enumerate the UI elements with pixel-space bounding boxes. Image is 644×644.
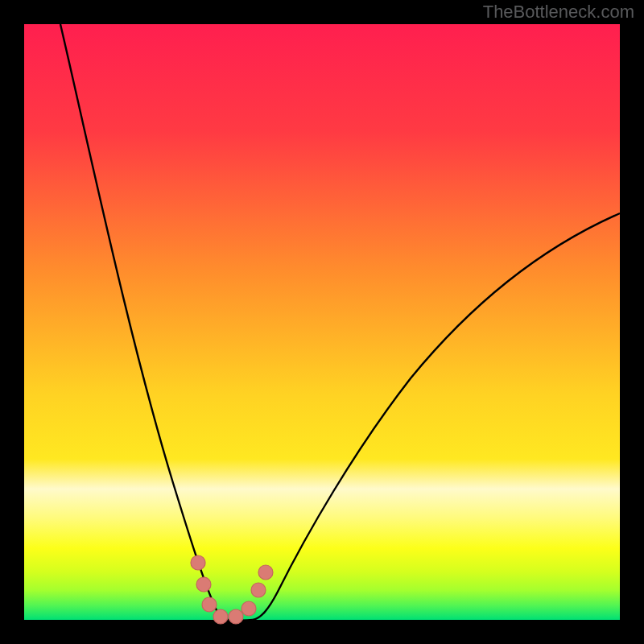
watermark-text: TheBottleneck.com bbox=[483, 2, 634, 23]
marker-m1 bbox=[191, 555, 205, 570]
marker-m4 bbox=[213, 609, 228, 624]
marker-m7 bbox=[251, 583, 266, 597]
chart-svg bbox=[0, 0, 644, 644]
marker-m8 bbox=[258, 565, 273, 580]
marker-m2 bbox=[196, 577, 211, 592]
plot-area bbox=[24, 24, 620, 620]
marker-m3 bbox=[202, 597, 217, 612]
marker-m5 bbox=[229, 609, 243, 624]
marker-m6 bbox=[242, 601, 256, 616]
chart-stage: TheBottleneck.com bbox=[0, 0, 644, 644]
